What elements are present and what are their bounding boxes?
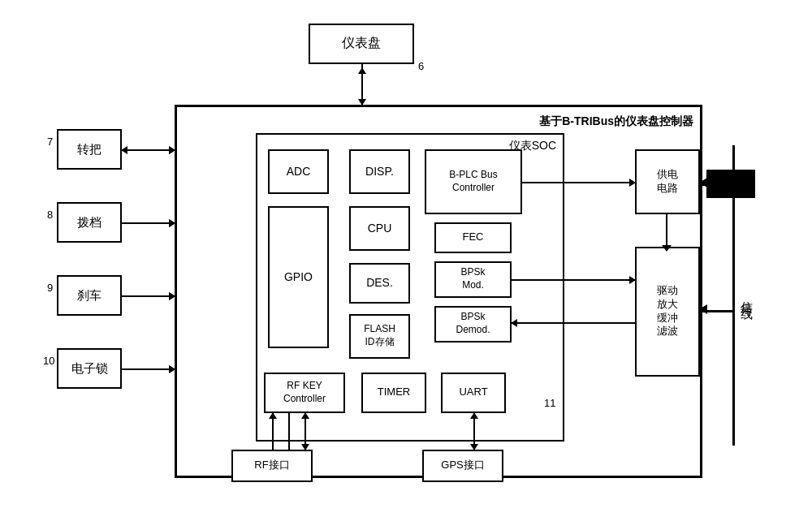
arrow-right-bodang <box>122 222 175 224</box>
arrow-drive-bpsk-demod <box>512 322 635 324</box>
signal-line-bar <box>732 145 735 446</box>
label-10: 10 <box>43 355 54 367</box>
drive-box: 驱动 放大 缓冲 滤波 <box>635 247 700 377</box>
label-11: 11 <box>544 397 555 409</box>
arrow-both-zhuanba <box>122 149 175 151</box>
diagram: 仪表盘 6 基于B-TRIBus的仪表盘控制器 7 转把 8 拨档 9 刹车 1… <box>32 15 780 502</box>
arrow-into-drive <box>699 304 707 314</box>
power-circuit-box: 供电 电路 <box>635 149 700 214</box>
dashboard-box: 仪表盘 <box>309 24 414 64</box>
arrow-to-dashboard <box>361 68 363 105</box>
bpsk-demod-block: BPSk Demod. <box>434 306 512 343</box>
arrow-power-drive-v <box>666 214 667 247</box>
device-shache: 刹车 <box>57 275 122 316</box>
arrow-power-drive-head <box>662 245 672 252</box>
device-bodang: 拨档 <box>57 202 122 243</box>
rf-interface-block: RF接口 <box>231 450 313 482</box>
adc-block: ADC <box>268 149 329 194</box>
gps-interface-block: GPS接口 <box>422 450 503 482</box>
arrow-bplc-right <box>522 182 635 183</box>
label-7: 7 <box>47 136 53 148</box>
arrow-right-dianzisuo <box>122 368 175 370</box>
timer-block: TIMER <box>361 373 426 413</box>
label-9: 9 <box>47 282 53 294</box>
bpsk-mod-block: BPSk Mod. <box>434 261 512 298</box>
cpu-block: CPU <box>349 206 410 251</box>
signal-line-label: 信号线 <box>739 291 754 301</box>
device-dianzisuo: 电子锁 <box>57 348 122 389</box>
arrow-rfkey-rf <box>304 413 306 450</box>
controller-title: 基于B-TRIBus的仪表盘控制器 <box>184 114 693 128</box>
device-zhuanba: 转把 <box>57 129 122 170</box>
des-block: DES. <box>349 263 410 304</box>
uart-block: UART <box>441 373 506 413</box>
fec-block: FEC <box>434 222 512 253</box>
arrow-into-power <box>699 178 707 187</box>
disp-block: DISP. <box>349 149 410 194</box>
arrow-uart-gps <box>473 413 475 450</box>
arrow-right-shache <box>122 295 175 297</box>
arrow-rf-up <box>272 413 274 450</box>
flash-block: FLASH ID存储 <box>349 314 410 359</box>
arrow-bpsk-mod-drive <box>512 279 635 281</box>
rf-key-block: RF KEY Controller <box>264 373 345 413</box>
gpio-block: GPIO <box>268 206 329 348</box>
bplc-block: B-PLC Bus Controller <box>425 149 522 214</box>
arrow-rf-connector <box>288 413 290 450</box>
label-8: 8 <box>47 209 53 221</box>
dashboard-number: 6 <box>418 60 424 72</box>
